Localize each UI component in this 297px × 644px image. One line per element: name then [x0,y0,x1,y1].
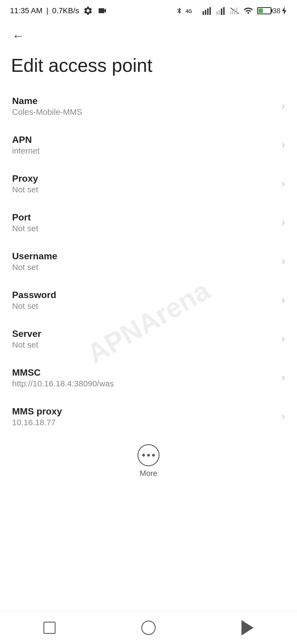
chevron-right-icon: › [282,333,285,345]
svg-rect-5 [216,11,218,15]
svg-rect-7 [221,9,222,15]
no-signal-icon [230,7,240,15]
chevron-right-icon: › [282,294,285,306]
status-speed-value: 0.7KB/s [52,6,79,15]
more-circle-icon [138,444,160,466]
chevron-right-icon: › [282,255,285,267]
nav-recents-button[interactable] [36,617,63,639]
settings-item-content: Password Not set [12,290,276,311]
battery-percent: 38 [273,7,280,15]
settings-list: Name Coles-Mobile-MMS › APN internet › P… [0,87,297,436]
more-dots-icon [142,454,155,457]
settings-item-content: MMSC http://10.16.18.4:38090/was [12,367,276,388]
settings-item-value: 10.16.18.77 [12,418,276,427]
settings-item-password[interactable]: Password Not set › [0,281,297,320]
settings-item-value: Coles-Mobile-MMS [12,107,276,117]
settings-item-mmsc[interactable]: MMSC http://10.16.18.4:38090/was › [0,358,297,397]
nav-bar [0,611,297,644]
settings-item-label: Port [12,212,276,223]
settings-item-username[interactable]: Username Not set › [0,242,297,281]
settings-item-value: Not set [12,301,276,311]
signal-4g-icon: 4G [186,6,199,16]
settings-item-label: Server [12,328,276,339]
svg-rect-3 [207,9,208,15]
video-icon [97,6,108,16]
settings-item-proxy[interactable]: Proxy Not set › [0,164,297,203]
signal-bars2-icon [216,7,227,15]
settings-item-content: APN internet [12,134,276,155]
status-time: 11:35 AM [10,6,42,15]
bluetooth-icon [176,6,183,16]
settings-item-label: MMSC [12,367,276,378]
svg-rect-6 [219,10,220,15]
settings-item-port[interactable]: Port Not set › [0,203,297,242]
settings-item-content: Port Not set [12,212,276,233]
chevron-right-icon: › [282,139,285,151]
settings-item-content: Username Not set [12,251,276,272]
svg-rect-4 [210,7,211,15]
chevron-right-icon: › [282,100,285,112]
svg-rect-8 [223,7,225,15]
wifi-icon [242,6,254,16]
nav-recents-icon [43,622,56,634]
svg-rect-10 [230,11,232,15]
settings-item-label: Proxy [12,173,276,184]
back-arrow-icon: ← [12,29,24,43]
settings-item-server[interactable]: Server Not set › [0,320,297,358]
settings-icon [83,6,93,16]
svg-text:4G: 4G [186,9,192,14]
settings-item-value: Not set [12,224,276,233]
more-button[interactable]: More [0,436,297,486]
svg-rect-11 [232,10,233,15]
settings-item-value: Not set [12,185,276,194]
settings-item-name[interactable]: Name Coles-Mobile-MMS › [0,87,297,125]
status-left: 11:35 AM | 0.7KB/s [10,6,108,16]
svg-rect-13 [236,7,238,15]
content-area: Name Coles-Mobile-MMS › APN internet › P… [0,87,297,541]
settings-item-content: Server Not set [12,328,276,350]
nav-home-button[interactable] [135,617,162,639]
settings-item-value: Not set [12,340,276,350]
nav-back-icon [241,620,254,635]
svg-rect-1 [203,11,204,15]
settings-item-apn[interactable]: APN internet › [0,125,297,164]
status-bar: 11:35 AM | 0.7KB/s 4G [0,0,297,19]
chevron-right-icon: › [282,217,285,228]
nav-back-button[interactable] [234,617,261,639]
more-label: More [140,469,157,478]
signal-bars-icon [202,7,213,15]
settings-item-mms-proxy[interactable]: MMS proxy 10.16.18.77 › [0,397,297,436]
settings-item-content: Name Coles-Mobile-MMS [12,95,276,117]
chevron-right-icon: › [282,411,285,422]
chevron-right-icon: › [282,372,285,383]
status-right: 4G 3 [176,6,287,16]
back-button[interactable]: ← [10,28,26,44]
settings-item-content: MMS proxy 10.16.18.77 [12,406,276,427]
settings-item-value: internet [12,146,276,155]
charging-icon [282,7,287,15]
chevron-right-icon: › [282,178,285,189]
settings-item-value: http://10.16.18.4:38090/was [12,379,276,388]
status-speed: | [46,6,48,15]
settings-item-label: MMS proxy [12,406,276,417]
settings-item-value: Not set [12,263,276,272]
nav-home-icon [141,621,156,635]
settings-item-label: Password [12,290,276,300]
svg-rect-12 [234,9,236,15]
settings-item-label: Username [12,251,276,261]
settings-item-label: APN [12,134,276,145]
battery-container: 38 [257,7,287,15]
settings-item-label: Name [12,95,276,106]
svg-rect-2 [205,10,206,15]
page-title: Edit access point [0,50,297,87]
settings-item-content: Proxy Not set [12,173,276,194]
toolbar: ← [0,19,297,50]
